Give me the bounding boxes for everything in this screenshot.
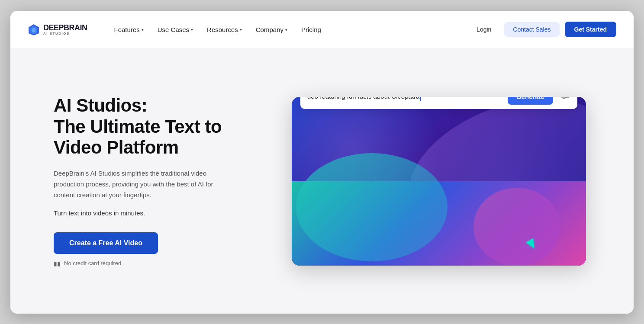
nav-resources[interactable]: Resources ▾ xyxy=(201,22,248,37)
nav-use-cases[interactable]: Use Cases ▾ xyxy=(151,22,199,37)
prompt-overlay xyxy=(292,181,586,266)
nav-actions: Login Contact Sales Get Started xyxy=(469,22,616,37)
no-credit-card-notice: ▮▮ No credit card required xyxy=(54,260,244,267)
nav-features[interactable]: Features ▾ xyxy=(108,22,150,37)
credit-card-icon: ▮▮ xyxy=(54,260,61,267)
left-panel: AI Studios: The Ultimate Text to Video P… xyxy=(54,95,244,266)
logo-sub-text: AI STUDIOS xyxy=(43,32,87,35)
chevron-down-icon: ▾ xyxy=(191,27,193,32)
main-content: AI Studios: The Ultimate Text to Video P… xyxy=(10,49,634,314)
video-background: deo featuring fun facts about Cleopatra … xyxy=(292,97,586,266)
cursor-blink xyxy=(420,97,421,101)
hero-tagline: Turn text into videos in minutes. xyxy=(54,209,244,217)
cta-button[interactable]: Create a Free AI Video xyxy=(54,232,158,254)
login-button[interactable]: Login xyxy=(469,22,499,36)
settings-icon xyxy=(561,97,570,100)
nav-links: Features ▾ Use Cases ▾ Resources ▾ Compa… xyxy=(108,22,469,37)
settings-button[interactable] xyxy=(557,97,574,106)
chevron-down-icon: ▾ xyxy=(285,27,287,32)
nav-pricing[interactable]: Pricing xyxy=(295,22,327,37)
chevron-down-icon: ▾ xyxy=(142,27,144,32)
logo-text: DEEPBRAIN AI STUDIOS xyxy=(43,24,87,35)
hero-description: DeepBrain's AI Studios simplifies the tr… xyxy=(54,168,218,200)
video-demo-card: deo featuring fun facts about Cleopatra … xyxy=(292,97,586,266)
right-panel: deo featuring fun facts about Cleopatra … xyxy=(279,97,599,266)
logo-icon xyxy=(28,23,40,35)
logo-main-text: DEEPBRAIN xyxy=(43,24,87,32)
prompt-bar: deo featuring fun facts about Cleopatra … xyxy=(300,97,577,109)
contact-sales-button[interactable]: Contact Sales xyxy=(504,22,559,37)
decor-teal xyxy=(296,153,448,261)
get-started-button[interactable]: Get Started xyxy=(565,22,616,37)
chevron-down-icon: ▾ xyxy=(240,27,242,32)
app-window: DEEPBRAIN AI STUDIOS Features ▾ Use Case… xyxy=(10,11,634,314)
nav-company[interactable]: Company ▾ xyxy=(250,22,293,37)
decor-pink xyxy=(473,188,560,266)
generate-button[interactable]: Generate xyxy=(508,97,553,105)
svg-point-8 xyxy=(563,97,565,99)
navbar: DEEPBRAIN AI STUDIOS Features ▾ Use Case… xyxy=(10,11,634,49)
prompt-input[interactable]: deo featuring fun facts about Cleopatra xyxy=(307,97,504,101)
logo: DEEPBRAIN AI STUDIOS xyxy=(28,23,87,35)
hero-title: AI Studios: The Ultimate Text to Video P… xyxy=(54,95,244,158)
